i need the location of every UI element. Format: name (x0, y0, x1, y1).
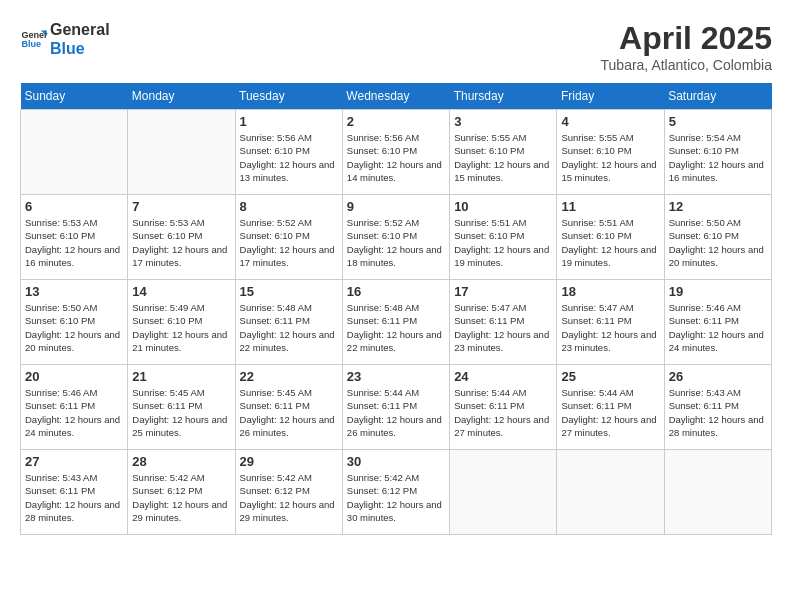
calendar-cell: 7Sunrise: 5:53 AM Sunset: 6:10 PM Daylig… (128, 195, 235, 280)
day-number: 9 (347, 199, 445, 214)
day-number: 8 (240, 199, 338, 214)
day-info: Sunrise: 5:44 AM Sunset: 6:11 PM Dayligh… (454, 386, 552, 439)
day-info: Sunrise: 5:43 AM Sunset: 6:11 PM Dayligh… (669, 386, 767, 439)
calendar-cell: 8Sunrise: 5:52 AM Sunset: 6:10 PM Daylig… (235, 195, 342, 280)
calendar-cell: 13Sunrise: 5:50 AM Sunset: 6:10 PM Dayli… (21, 280, 128, 365)
day-info: Sunrise: 5:48 AM Sunset: 6:11 PM Dayligh… (347, 301, 445, 354)
svg-text:Blue: Blue (21, 40, 41, 50)
calendar-cell (450, 450, 557, 535)
day-info: Sunrise: 5:43 AM Sunset: 6:11 PM Dayligh… (25, 471, 123, 524)
day-number: 29 (240, 454, 338, 469)
calendar-cell: 4Sunrise: 5:55 AM Sunset: 6:10 PM Daylig… (557, 110, 664, 195)
calendar-cell: 29Sunrise: 5:42 AM Sunset: 6:12 PM Dayli… (235, 450, 342, 535)
day-number: 7 (132, 199, 230, 214)
day-info: Sunrise: 5:52 AM Sunset: 6:10 PM Dayligh… (347, 216, 445, 269)
day-info: Sunrise: 5:45 AM Sunset: 6:11 PM Dayligh… (240, 386, 338, 439)
day-info: Sunrise: 5:44 AM Sunset: 6:11 PM Dayligh… (561, 386, 659, 439)
day-number: 27 (25, 454, 123, 469)
calendar-cell: 19Sunrise: 5:46 AM Sunset: 6:11 PM Dayli… (664, 280, 771, 365)
calendar-cell: 17Sunrise: 5:47 AM Sunset: 6:11 PM Dayli… (450, 280, 557, 365)
day-number: 28 (132, 454, 230, 469)
day-info: Sunrise: 5:48 AM Sunset: 6:11 PM Dayligh… (240, 301, 338, 354)
day-number: 14 (132, 284, 230, 299)
calendar-cell: 23Sunrise: 5:44 AM Sunset: 6:11 PM Dayli… (342, 365, 449, 450)
day-info: Sunrise: 5:50 AM Sunset: 6:10 PM Dayligh… (25, 301, 123, 354)
day-info: Sunrise: 5:42 AM Sunset: 6:12 PM Dayligh… (347, 471, 445, 524)
day-number: 13 (25, 284, 123, 299)
day-info: Sunrise: 5:51 AM Sunset: 6:10 PM Dayligh… (561, 216, 659, 269)
location-title: Tubara, Atlantico, Colombia (601, 57, 772, 73)
day-info: Sunrise: 5:45 AM Sunset: 6:11 PM Dayligh… (132, 386, 230, 439)
calendar-cell: 1Sunrise: 5:56 AM Sunset: 6:10 PM Daylig… (235, 110, 342, 195)
day-number: 30 (347, 454, 445, 469)
calendar-cell: 21Sunrise: 5:45 AM Sunset: 6:11 PM Dayli… (128, 365, 235, 450)
day-info: Sunrise: 5:54 AM Sunset: 6:10 PM Dayligh… (669, 131, 767, 184)
day-number: 20 (25, 369, 123, 384)
day-number: 10 (454, 199, 552, 214)
weekday-header: Friday (557, 83, 664, 110)
day-number: 25 (561, 369, 659, 384)
calendar-cell: 6Sunrise: 5:53 AM Sunset: 6:10 PM Daylig… (21, 195, 128, 280)
day-info: Sunrise: 5:42 AM Sunset: 6:12 PM Dayligh… (240, 471, 338, 524)
day-info: Sunrise: 5:56 AM Sunset: 6:10 PM Dayligh… (347, 131, 445, 184)
calendar-cell: 16Sunrise: 5:48 AM Sunset: 6:11 PM Dayli… (342, 280, 449, 365)
month-title: April 2025 (601, 20, 772, 57)
day-info: Sunrise: 5:44 AM Sunset: 6:11 PM Dayligh… (347, 386, 445, 439)
logo-icon: General Blue (20, 25, 48, 53)
weekday-header-row: SundayMondayTuesdayWednesdayThursdayFrid… (21, 83, 772, 110)
week-row: 6Sunrise: 5:53 AM Sunset: 6:10 PM Daylig… (21, 195, 772, 280)
day-info: Sunrise: 5:46 AM Sunset: 6:11 PM Dayligh… (25, 386, 123, 439)
weekday-header: Thursday (450, 83, 557, 110)
calendar-cell: 18Sunrise: 5:47 AM Sunset: 6:11 PM Dayli… (557, 280, 664, 365)
day-number: 4 (561, 114, 659, 129)
calendar-cell: 3Sunrise: 5:55 AM Sunset: 6:10 PM Daylig… (450, 110, 557, 195)
day-info: Sunrise: 5:55 AM Sunset: 6:10 PM Dayligh… (454, 131, 552, 184)
calendar-cell: 20Sunrise: 5:46 AM Sunset: 6:11 PM Dayli… (21, 365, 128, 450)
day-number: 3 (454, 114, 552, 129)
week-row: 27Sunrise: 5:43 AM Sunset: 6:11 PM Dayli… (21, 450, 772, 535)
calendar-cell (21, 110, 128, 195)
day-number: 1 (240, 114, 338, 129)
calendar-cell: 12Sunrise: 5:50 AM Sunset: 6:10 PM Dayli… (664, 195, 771, 280)
day-number: 12 (669, 199, 767, 214)
calendar-table: SundayMondayTuesdayWednesdayThursdayFrid… (20, 83, 772, 535)
day-info: Sunrise: 5:56 AM Sunset: 6:10 PM Dayligh… (240, 131, 338, 184)
day-info: Sunrise: 5:49 AM Sunset: 6:10 PM Dayligh… (132, 301, 230, 354)
title-block: April 2025 Tubara, Atlantico, Colombia (601, 20, 772, 73)
day-info: Sunrise: 5:42 AM Sunset: 6:12 PM Dayligh… (132, 471, 230, 524)
day-info: Sunrise: 5:52 AM Sunset: 6:10 PM Dayligh… (240, 216, 338, 269)
logo-text-block: General Blue (50, 20, 110, 58)
calendar-cell: 26Sunrise: 5:43 AM Sunset: 6:11 PM Dayli… (664, 365, 771, 450)
calendar-cell: 24Sunrise: 5:44 AM Sunset: 6:11 PM Dayli… (450, 365, 557, 450)
week-row: 13Sunrise: 5:50 AM Sunset: 6:10 PM Dayli… (21, 280, 772, 365)
calendar-cell: 9Sunrise: 5:52 AM Sunset: 6:10 PM Daylig… (342, 195, 449, 280)
day-number: 17 (454, 284, 552, 299)
calendar-cell (128, 110, 235, 195)
day-info: Sunrise: 5:47 AM Sunset: 6:11 PM Dayligh… (454, 301, 552, 354)
day-number: 26 (669, 369, 767, 384)
weekday-header: Monday (128, 83, 235, 110)
week-row: 1Sunrise: 5:56 AM Sunset: 6:10 PM Daylig… (21, 110, 772, 195)
calendar-cell: 14Sunrise: 5:49 AM Sunset: 6:10 PM Dayli… (128, 280, 235, 365)
day-number: 18 (561, 284, 659, 299)
day-info: Sunrise: 5:47 AM Sunset: 6:11 PM Dayligh… (561, 301, 659, 354)
logo: General Blue General Blue (20, 20, 110, 58)
day-info: Sunrise: 5:51 AM Sunset: 6:10 PM Dayligh… (454, 216, 552, 269)
day-number: 6 (25, 199, 123, 214)
weekday-header: Sunday (21, 83, 128, 110)
day-number: 16 (347, 284, 445, 299)
day-number: 21 (132, 369, 230, 384)
day-number: 11 (561, 199, 659, 214)
calendar-cell: 11Sunrise: 5:51 AM Sunset: 6:10 PM Dayli… (557, 195, 664, 280)
day-info: Sunrise: 5:46 AM Sunset: 6:11 PM Dayligh… (669, 301, 767, 354)
calendar-cell (664, 450, 771, 535)
day-number: 22 (240, 369, 338, 384)
calendar-cell: 22Sunrise: 5:45 AM Sunset: 6:11 PM Dayli… (235, 365, 342, 450)
calendar-cell: 15Sunrise: 5:48 AM Sunset: 6:11 PM Dayli… (235, 280, 342, 365)
page-header: General Blue General Blue April 2025 Tub… (20, 20, 772, 73)
weekday-header: Wednesday (342, 83, 449, 110)
calendar-cell: 5Sunrise: 5:54 AM Sunset: 6:10 PM Daylig… (664, 110, 771, 195)
day-info: Sunrise: 5:53 AM Sunset: 6:10 PM Dayligh… (25, 216, 123, 269)
day-info: Sunrise: 5:50 AM Sunset: 6:10 PM Dayligh… (669, 216, 767, 269)
day-info: Sunrise: 5:55 AM Sunset: 6:10 PM Dayligh… (561, 131, 659, 184)
